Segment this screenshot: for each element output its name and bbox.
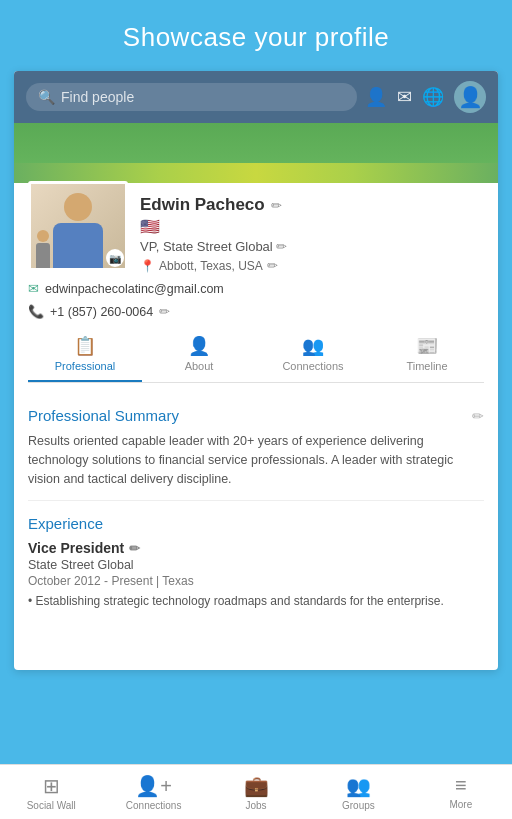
phone-edit-icon[interactable]: ✏ (159, 304, 170, 319)
globe-icon[interactable]: 🌐 (422, 86, 444, 108)
phone-text: +1 (857) 260-0064 (50, 305, 153, 319)
tab-timeline-label: Timeline (406, 360, 447, 372)
tab-timeline[interactable]: 📰 Timeline (370, 327, 484, 382)
nav-connections[interactable]: 👤+ Connections (102, 765, 204, 819)
job-bullet: • Establishing strategic technology road… (28, 592, 484, 610)
tab-about-label: About (185, 360, 214, 372)
experience-title: Experience (28, 515, 103, 532)
search-input[interactable] (61, 89, 345, 105)
nav-social-wall-label: Social Wall (27, 800, 76, 811)
phone-row: 📞 +1 (857) 260-0064 ✏ (28, 304, 484, 319)
tab-connections[interactable]: 👥 Connections (256, 327, 370, 382)
title-edit-icon[interactable]: ✏ (276, 239, 287, 254)
country-flag: 🇺🇸 (140, 217, 484, 236)
nav-social-wall[interactable]: ⊞ Social Wall (0, 765, 102, 819)
nav-more[interactable]: ≡ More (410, 765, 512, 819)
job-dates: October 2012 - Present | Texas (28, 574, 484, 588)
profile-info: Edwin Pacheco ✏ 🇺🇸 VP, State Street Glob… (140, 191, 484, 273)
location-pin-icon: 📍 (140, 259, 155, 273)
nav-connections-icon: 👤+ (135, 774, 172, 798)
cover-photo (14, 123, 498, 183)
email-text: edwinpachecolatinc@gmail.com (45, 282, 224, 296)
nav-jobs-icon: 💼 (244, 774, 269, 798)
timeline-tab-icon: 📰 (416, 335, 438, 357)
page-title: Showcase your profile (20, 22, 492, 53)
experience-section: Experience Vice President ✏ State Street… (14, 501, 498, 610)
nav-jobs-label: Jobs (245, 800, 266, 811)
page-header: Showcase your profile (0, 0, 512, 71)
profile-title: VP, State Street Global ✏ (140, 239, 484, 254)
name-edit-icon[interactable]: ✏ (271, 198, 282, 213)
job-edit-icon[interactable]: ✏ (129, 541, 140, 556)
tab-connections-label: Connections (282, 360, 343, 372)
nav-more-label: More (449, 799, 472, 810)
user-avatar[interactable]: 👤 (454, 81, 486, 113)
job-position: Vice President (28, 540, 124, 556)
search-input-wrap[interactable]: 🔍 (26, 83, 357, 111)
camera-icon[interactable]: 📷 (106, 249, 124, 267)
location-edit-icon[interactable]: ✏ (267, 258, 278, 273)
email-icon: ✉ (28, 281, 39, 296)
tab-professional[interactable]: 📋 Professional (28, 327, 142, 382)
job-entry: Vice President ✏ State Street Global Oct… (28, 540, 484, 610)
nav-more-icon: ≡ (455, 774, 467, 797)
bottom-nav: ⊞ Social Wall 👤+ Connections 💼 Jobs 👥 Gr… (0, 764, 512, 819)
nav-groups-icon: 👥 (346, 774, 371, 798)
profile-card: 🔍 👤 ✉ 🌐 👤 (14, 71, 498, 670)
professional-tab-icon: 📋 (74, 335, 96, 357)
nav-connections-label: Connections (126, 800, 182, 811)
cover-decoration (14, 123, 498, 183)
tab-professional-label: Professional (55, 360, 116, 372)
search-icon: 🔍 (38, 89, 55, 105)
location-text: Abbott, Texas, USA (159, 259, 263, 273)
professional-summary-section: Professional Summary ✏ Results oriented … (14, 393, 498, 501)
summary-title: Professional Summary (28, 407, 179, 424)
search-actions: 👤 ✉ 🌐 👤 (365, 81, 486, 113)
phone-icon: 📞 (28, 304, 44, 319)
nav-jobs[interactable]: 💼 Jobs (205, 765, 307, 819)
search-bar: 🔍 👤 ✉ 🌐 👤 (14, 71, 498, 123)
connections-tab-icon: 👥 (302, 335, 324, 357)
social-wall-icon: ⊞ (43, 774, 60, 798)
people-icon[interactable]: 👤 (365, 86, 387, 108)
summary-text: Results oriented capable leader with 20+… (28, 432, 484, 488)
profile-name: Edwin Pacheco (140, 195, 265, 215)
job-company: State Street Global (28, 558, 484, 572)
nav-groups[interactable]: 👥 Groups (307, 765, 409, 819)
tab-about[interactable]: 👤 About (142, 327, 256, 382)
email-row: ✉ edwinpachecolatinc@gmail.com (28, 281, 484, 296)
profile-tabs: 📋 Professional 👤 About 👥 Connections 📰 T… (28, 327, 484, 383)
nav-groups-label: Groups (342, 800, 375, 811)
location-row: 📍 Abbott, Texas, USA ✏ (140, 258, 484, 273)
profile-photo-wrap: 📷 (28, 181, 128, 271)
about-tab-icon: 👤 (188, 335, 210, 357)
messages-icon[interactable]: ✉ (397, 86, 412, 108)
profile-section: 📷 Edwin Pacheco ✏ 🇺🇸 VP, State Street Gl… (14, 183, 498, 393)
summary-edit-icon[interactable]: ✏ (472, 408, 484, 424)
